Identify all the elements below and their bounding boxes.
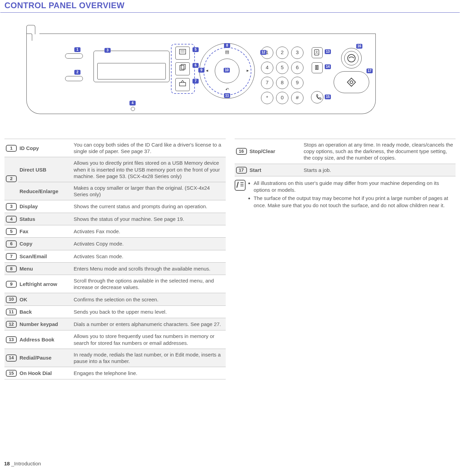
stop-clear-icon (344, 51, 359, 65)
callout-4: 4 (129, 101, 136, 105)
callout-7: 7 (192, 79, 199, 84)
callout-8: 8 (224, 43, 230, 48)
page-footer: 18 _Introduction (4, 461, 41, 466)
svg-rect-5 (179, 83, 186, 86)
copy-mode-icon (175, 62, 190, 75)
callout-1: 1 (74, 47, 80, 52)
redial-pause-icon (312, 62, 323, 73)
callout-11: 11 (224, 93, 230, 98)
svg-rect-0 (179, 49, 186, 54)
menu-icon: ▤ (224, 49, 230, 54)
page-title: CONTROL PANEL OVERVIEW (0, 0, 460, 13)
callout-2: 2 (74, 70, 80, 75)
svg-point-12 (350, 81, 353, 84)
back-icon: ↶ (224, 87, 230, 92)
row-desc: You can copy both sides of the ID Card l… (72, 139, 226, 157)
svg-point-10 (348, 54, 355, 62)
svg-point-7 (316, 51, 318, 52)
svg-rect-3 (180, 65, 184, 70)
callout-14: 14 (325, 64, 331, 69)
fax-mode-icon (175, 47, 190, 60)
callout-6: 6 (192, 63, 199, 68)
callout-10: 10 (224, 68, 230, 73)
controls-table-left: 1 ID Copy You can copy both sides of the… (4, 139, 226, 379)
callout-3: 3 (104, 48, 111, 53)
address-book-icon (312, 47, 323, 58)
scan-mode-icon (175, 78, 190, 91)
svg-rect-9 (317, 65, 318, 70)
callout-5: 5 (192, 47, 199, 52)
start-icon (334, 71, 369, 93)
svg-rect-8 (315, 65, 316, 70)
note-block: All illustrations on this user's guide m… (235, 180, 456, 210)
row-num: 1 (6, 145, 17, 152)
row-label: ID Copy (18, 139, 72, 157)
callout-13: 13 (325, 49, 331, 54)
svg-rect-4 (181, 64, 185, 69)
left-arrow-icon: ◂ (204, 68, 210, 73)
on-hook-dial-icon (311, 91, 323, 103)
right-arrow-icon: ▸ (245, 68, 251, 73)
controls-table-right: 16 Stop/Clear Stops an operation at any … (235, 139, 456, 176)
callout-16: 16 (356, 44, 362, 49)
control-panel-illustration: 1 2 3 4 5 6 7 ▤ ◂ (26, 25, 376, 114)
callout-17: 17 (366, 68, 373, 73)
svg-marker-11 (347, 78, 356, 86)
callout-15: 15 (325, 95, 331, 99)
callout-9: 9 (198, 68, 204, 73)
callout-12: 12 (260, 50, 266, 55)
note-icon (235, 180, 246, 191)
